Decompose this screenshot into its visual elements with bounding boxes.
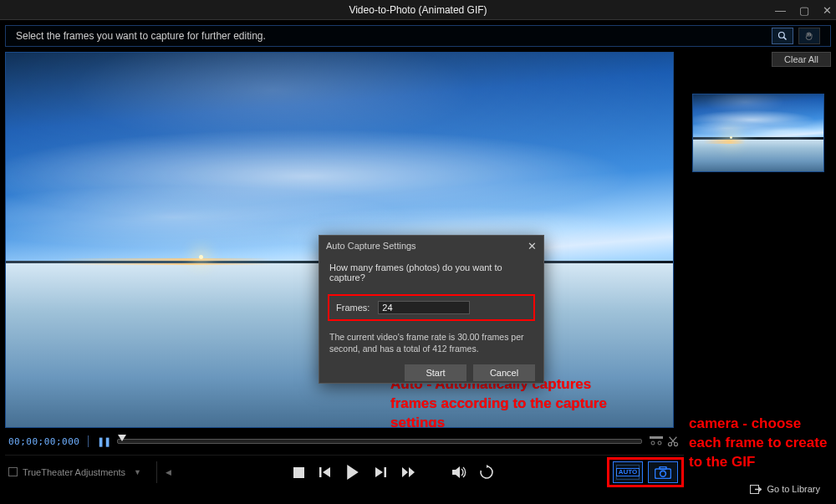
svg-marker-18 <box>487 465 489 468</box>
instruction-text: Select the frames you want to capture fo… <box>16 30 266 42</box>
play-button[interactable] <box>346 465 359 480</box>
svg-point-4 <box>658 441 661 445</box>
volume-icon[interactable] <box>452 466 467 479</box>
svg-marker-17 <box>452 466 460 478</box>
fast-forward-button[interactable] <box>401 466 416 478</box>
svg-marker-12 <box>347 465 359 480</box>
stop-button[interactable] <box>293 467 304 478</box>
pan-hand-button[interactable] <box>798 28 820 44</box>
prev-frame-button[interactable] <box>319 466 331 478</box>
video-preview[interactable]: Auto - Automatically captures frames acc… <box>5 52 674 428</box>
cancel-button[interactable]: Cancel <box>473 364 535 381</box>
maximize-icon[interactable]: ▢ <box>797 4 812 17</box>
auto-capture-button[interactable]: AUTO <box>613 461 643 483</box>
chevron-left-icon[interactable]: ◀ <box>162 468 175 476</box>
annotation-camera: camera - choose each frame to create to … <box>689 415 831 472</box>
go-to-library-button[interactable]: Go to Library <box>742 481 828 497</box>
scissors-icon[interactable] <box>665 434 681 449</box>
svg-rect-10 <box>319 467 322 477</box>
captured-panel: Clear All camera - choose each frame to … <box>684 47 836 502</box>
clear-all-button[interactable]: Clear All <box>772 52 831 67</box>
dialog-title: Auto Capture Settings <box>326 241 416 251</box>
playhead-icon[interactable] <box>118 435 126 441</box>
svg-point-0 <box>779 33 785 38</box>
capture-buttons-highlight: AUTO <box>607 457 684 487</box>
chevron-down-icon[interactable]: ▼ <box>130 468 145 476</box>
svg-rect-2 <box>650 436 663 439</box>
next-frame-button[interactable] <box>375 466 386 478</box>
frames-input[interactable] <box>378 301 470 314</box>
dialog-hint: The current video's frame rate is 30.00 … <box>329 331 533 354</box>
minimize-icon[interactable]: — <box>772 4 788 17</box>
captured-thumbnail[interactable] <box>692 94 824 172</box>
start-button[interactable]: Start <box>405 364 466 381</box>
truetheater-checkbox[interactable] <box>8 467 18 476</box>
auto-label: AUTO <box>616 468 640 477</box>
loop-icon[interactable] <box>479 465 494 480</box>
svg-rect-20 <box>660 466 666 469</box>
auto-capture-dialog: Auto Capture Settings ✕ How many frames … <box>319 235 544 384</box>
mark-in-icon[interactable] <box>649 434 664 449</box>
svg-marker-11 <box>323 467 330 477</box>
close-icon[interactable]: ✕ <box>820 4 834 17</box>
seek-track[interactable] <box>117 439 642 444</box>
frames-row-highlight: Frames: <box>328 294 535 321</box>
instruction-bar: Select the frames you want to capture fo… <box>5 25 831 47</box>
camera-capture-button[interactable] <box>648 461 678 483</box>
truetheater-label: TrueTheater Adjustments <box>23 467 125 477</box>
timeline-pause-icon[interactable]: ❚❚ <box>97 436 110 447</box>
magnifier-button[interactable] <box>772 28 793 44</box>
svg-line-1 <box>784 38 787 40</box>
svg-rect-14 <box>385 467 387 477</box>
timecode: 00;00;00;000 <box>8 436 79 447</box>
svg-marker-13 <box>375 467 383 477</box>
svg-point-21 <box>660 471 666 476</box>
timeline: 00;00;00;000 ❚❚ <box>5 431 684 451</box>
dialog-close-icon[interactable]: ✕ <box>528 240 537 252</box>
window-title: Video-to-Photo (Animated GIF) <box>349 4 487 16</box>
svg-marker-16 <box>409 467 415 477</box>
go-to-library-label: Go to Library <box>767 484 820 494</box>
dialog-question: How many frames (photos) do you want to … <box>329 262 533 283</box>
svg-point-3 <box>651 441 655 445</box>
playback-controls: TrueTheater Adjustments ▼ ◀ <box>5 455 684 488</box>
svg-rect-9 <box>293 467 304 478</box>
svg-marker-15 <box>402 467 408 477</box>
frames-label: Frames: <box>336 303 370 313</box>
export-icon <box>750 485 762 494</box>
title-bar: Video-to-Photo (Animated GIF) — ▢ ✕ <box>0 0 836 20</box>
